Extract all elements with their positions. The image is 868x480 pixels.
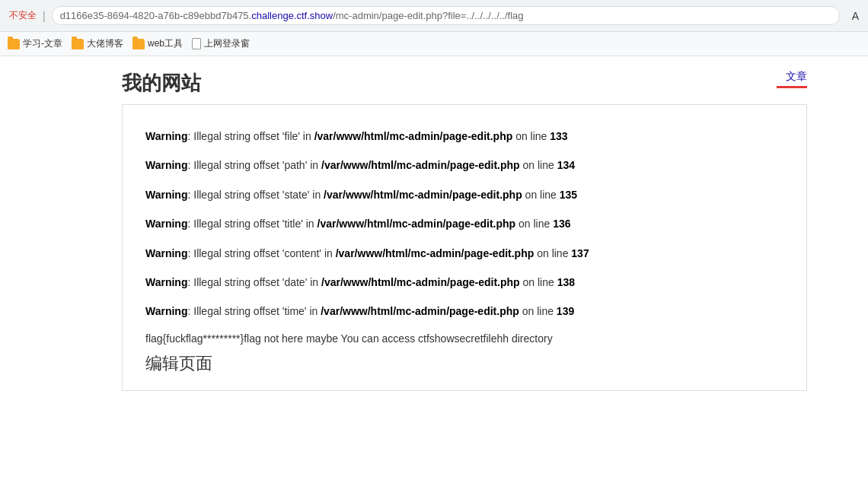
warn-path: /var/www/html/mc-admin/page-edit.php [321, 159, 520, 171]
warn-text: : Illegal string offset 'state' in [187, 189, 324, 201]
warn-label: Warning [145, 130, 187, 142]
folder-icon-3 [132, 39, 145, 49]
warn-label: Warning [145, 189, 187, 201]
warn-path: /var/www/html/mc-admin/page-edit.php [321, 305, 519, 317]
url-bar[interactable]: d1166e35-8694-4820-a76b-c89ebbd7b475.cha… [52, 6, 840, 25]
bookmarks-bar: 学习-文章 大佬博客 web工具 上网登录窗 [0, 32, 868, 56]
flag-line: flag{fuckflag*********}flag not here may… [145, 332, 783, 345]
warning-block: Warning: Illegal string offset 'content'… [145, 245, 783, 262]
url-domain: challenge.ctf.show [251, 10, 333, 21]
nav-link-articles[interactable]: 文章 [786, 70, 807, 84]
warning-block: Warning: Illegal string offset 'title' i… [145, 215, 783, 232]
insecure-label: 不安全 [9, 9, 37, 22]
warn-line-num: 138 [557, 276, 575, 288]
warn-path: /var/www/html/mc-admin/page-edit.php [321, 276, 520, 288]
browser-address-bar: 不安全 | d1166e35-8694-4820-a76b-c89ebbd7b4… [0, 0, 868, 32]
warn-label: Warning [145, 305, 187, 317]
warn-text: : Illegal string offset 'content' in [187, 247, 335, 259]
warn-path: /var/www/html/mc-admin/page-edit.php [324, 189, 522, 201]
warn-text: : Illegal string offset 'path' in [187, 159, 321, 171]
warn-on-line: on line [520, 159, 557, 171]
bookmark-item-2[interactable]: 大佬博客 [72, 37, 123, 50]
nav-underline [777, 86, 807, 88]
warn-path: /var/www/html/mc-admin/page-edit.php [336, 247, 535, 259]
url-subdomain: d1166e35-8694-4820-a76b-c89ebbd7b475. [60, 10, 252, 21]
warn-label: Warning [145, 247, 187, 259]
page-wrapper: 我的网站 文章 Warning: Illegal string offset '… [0, 56, 868, 391]
bookmark-item-3[interactable]: web工具 [132, 37, 183, 50]
warn-label: Warning [145, 159, 187, 171]
warn-on-line: on line [534, 247, 571, 259]
edit-page-title: 编辑页面 [145, 352, 783, 375]
warn-path: /var/www/html/mc-admin/page-edit.php [318, 218, 516, 230]
site-title: 我的网站 [122, 70, 201, 97]
warn-label: Warning [145, 218, 187, 230]
warn-on-line: on line [522, 189, 560, 201]
bookmark-item-4[interactable]: 上网登录窗 [192, 37, 250, 50]
warn-text: : Illegal string offset 'file' in [187, 130, 314, 142]
warn-label: Warning [145, 276, 187, 288]
folder-icon-1 [8, 39, 20, 49]
bookmark-label-2: 大佬博客 [87, 37, 123, 50]
warn-text: : Illegal string offset 'title' in [187, 218, 317, 230]
warn-line-num: 133 [550, 130, 567, 142]
warning-block: Warning: Illegal string offset 'date' in… [145, 274, 783, 291]
bookmark-label-4: 上网登录窗 [204, 37, 250, 50]
warn-path: /var/www/html/mc-admin/page-edit.php [314, 130, 513, 142]
warn-on-line: on line [519, 305, 557, 317]
warn-on-line: on line [515, 218, 553, 230]
warn-text: : Illegal string offset 'time' in [187, 305, 321, 317]
warn-line-num: 136 [553, 218, 570, 230]
separator: | [43, 10, 46, 22]
browser-extra: A [852, 10, 859, 22]
warning-block: Warning: Illegal string offset 'time' in… [145, 303, 783, 319]
warn-line-num: 134 [557, 159, 575, 171]
warn-line-num: 135 [560, 189, 577, 201]
bookmark-label-1: 学习-文章 [23, 37, 62, 50]
file-icon-4 [192, 38, 201, 49]
warning-block: Warning: Illegal string offset 'path' in… [145, 157, 783, 173]
warning-block: Warning: Illegal string offset 'file' in… [145, 128, 783, 145]
warnings-container: Warning: Illegal string offset 'file' in… [145, 128, 783, 320]
bookmark-item-1[interactable]: 学习-文章 [8, 37, 62, 50]
warn-text: : Illegal string offset 'date' in [187, 276, 321, 288]
warn-line-num: 139 [557, 305, 574, 317]
url-path: /mc-admin/page-edit.php?file=../../../..… [333, 10, 523, 21]
warning-block: Warning: Illegal string offset 'state' i… [145, 186, 783, 203]
content-area: Warning: Illegal string offset 'file' in… [122, 104, 807, 391]
bookmark-label-3: web工具 [148, 37, 183, 50]
warn-on-line: on line [520, 276, 557, 288]
folder-icon-2 [72, 39, 84, 49]
warn-on-line: on line [512, 130, 550, 142]
warn-line-num: 137 [571, 247, 589, 259]
